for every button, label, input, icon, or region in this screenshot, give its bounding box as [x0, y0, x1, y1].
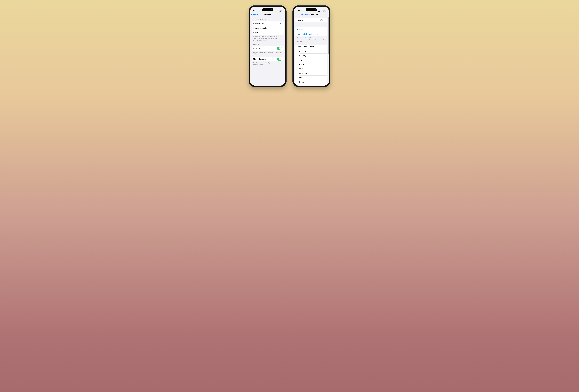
svg-rect-15: [326, 11, 326, 11]
row-never[interactable]: Never: [252, 30, 284, 35]
status-time: 1:24: [253, 10, 256, 12]
status-bar: 1:24: [250, 7, 285, 12]
row-ringtone-canopy[interactable]: Canopy: [295, 58, 327, 62]
row-automatically[interactable]: Automatically: [252, 21, 284, 26]
phone-right: 1:24: [292, 5, 330, 87]
status-icons: [318, 10, 326, 12]
row-after-20s[interactable]: After 20 Seconds: [252, 26, 284, 30]
row-label: Night Mode: [253, 47, 277, 49]
row-label: Motion To Wake: [253, 58, 277, 60]
row-haptics[interactable]: Haptics Default: [295, 18, 327, 22]
svg-rect-2: [275, 11, 276, 12]
wifi-icon: [321, 10, 323, 12]
battery-icon: [280, 10, 282, 12]
row-label: Dollop: [299, 81, 326, 83]
row-ringtone-chirp[interactable]: Chirp: [295, 67, 327, 71]
group-haptics: Haptics Default: [295, 18, 327, 22]
toggle-motion-to-wake[interactable]: [277, 58, 282, 61]
back-label: Sounds & Haptics: [296, 13, 310, 15]
svg-rect-7: [282, 11, 282, 11]
svg-rect-10: [319, 11, 319, 12]
svg-rect-1: [275, 11, 275, 12]
chevron-left-icon: [251, 13, 252, 15]
row-label: Tone Store: [297, 28, 326, 30]
group-store: Tone Store Download All Purchased Tones: [295, 27, 327, 36]
navigation-bar: StandBy Display: [250, 12, 285, 16]
page-title: Display: [264, 13, 271, 15]
row-ringtone-chalet[interactable]: Chalet: [295, 62, 327, 67]
dynamic-island-camera: [271, 9, 272, 10]
row-ringtone-departure[interactable]: Departure: [295, 76, 327, 80]
wifi-icon: [277, 10, 279, 12]
row-ringtone-arpeggio[interactable]: Arpeggio: [295, 49, 327, 53]
cellular-icon: [275, 10, 277, 12]
back-button[interactable]: Sounds & Haptics: [295, 13, 310, 15]
svg-rect-12: [320, 11, 320, 12]
page-title: Ringtone: [310, 13, 318, 15]
stage: 1:24: [249, 5, 330, 87]
home-indicator[interactable]: [305, 84, 318, 85]
row-label: Never: [253, 32, 282, 34]
row-value: Default: [319, 19, 324, 21]
row-label: Daybreak: [299, 72, 326, 74]
svg-rect-6: [280, 11, 281, 11]
status-bar: 1:24: [294, 7, 329, 12]
back-button[interactable]: StandBy: [251, 13, 259, 15]
status-time: 1:24: [297, 10, 300, 12]
section-header-at-night: AT NIGHT: [252, 41, 284, 46]
back-label: StandBy: [253, 13, 259, 15]
row-label: Departure: [299, 77, 326, 78]
battery-icon: [323, 10, 326, 12]
svg-rect-8: [300, 11, 301, 11]
toggle-night-mode[interactable]: [277, 47, 282, 50]
svg-rect-3: [276, 11, 276, 12]
section-header-display-off: TURN DISPLAY OFF: [252, 16, 284, 21]
status-time-area: 1:24: [253, 10, 258, 12]
svg-rect-4: [276, 11, 277, 12]
screen-left: 1:24: [250, 7, 285, 86]
row-download-tones[interactable]: Download All Purchased Tones: [295, 32, 327, 36]
group-night-mode: Night Mode: [252, 46, 284, 51]
content-area[interactable]: TURN DISPLAY OFF Automatically After 20 …: [250, 16, 285, 86]
row-ringtone-dollop[interactable]: Dollop: [295, 80, 327, 84]
chevron-left-icon: [295, 13, 295, 15]
row-label: Canopy: [299, 59, 326, 61]
home-indicator[interactable]: [261, 84, 274, 85]
row-ringtone-breaking[interactable]: Breaking: [295, 53, 327, 58]
section-footer: StandBy displays with a red tint in low …: [252, 51, 284, 55]
scroll-indicator[interactable]: [328, 17, 329, 54]
chevron-right-icon: [325, 19, 326, 21]
group-ringtones: Reflection (Default) Arpeggio Breaking C…: [295, 45, 327, 86]
row-label: Chirp: [299, 68, 326, 70]
row-night-mode: Night Mode: [252, 46, 284, 51]
row-label: After 20 Seconds: [253, 27, 282, 29]
group-motion-wake: Motion To Wake: [252, 57, 284, 61]
lock-icon: [257, 10, 258, 11]
svg-rect-0: [257, 11, 258, 11]
section-footer: This will download all ringtones and ale…: [295, 36, 327, 43]
status-time-area: 1:24: [297, 10, 301, 12]
row-ringtone-daybreak[interactable]: Daybreak: [295, 71, 327, 76]
section-footer: When set to Automatically, the display w…: [252, 35, 284, 41]
row-label: Reflection (Default): [299, 46, 326, 48]
checkmark-icon: [280, 22, 282, 24]
row-label: Chalet: [299, 63, 326, 65]
row-ringtone-reflection[interactable]: Reflection (Default): [295, 45, 327, 49]
row-label: Download All Purchased Tones: [297, 33, 326, 35]
svg-rect-14: [323, 11, 324, 11]
svg-rect-9: [318, 11, 319, 12]
cellular-icon: [318, 10, 320, 12]
row-tone-store[interactable]: Tone Store: [295, 27, 327, 32]
group-display-off: Automatically After 20 Seconds Never: [252, 21, 284, 35]
navigation-bar: Sounds & Haptics Ringtone: [294, 12, 329, 16]
row-label: Automatically: [253, 22, 280, 24]
content-area[interactable]: Haptics Default STORE Tone Store Downloa…: [294, 16, 329, 86]
dynamic-island-camera: [315, 9, 316, 10]
section-header-store: STORE: [295, 22, 327, 27]
row-label: Breaking: [299, 55, 326, 57]
phone-left: 1:24: [249, 5, 287, 87]
section-footer: StandBy will turn on the display when mo…: [252, 61, 284, 66]
status-icons: [275, 10, 282, 12]
checkmark-icon: [296, 46, 299, 48]
lock-icon: [300, 10, 301, 11]
